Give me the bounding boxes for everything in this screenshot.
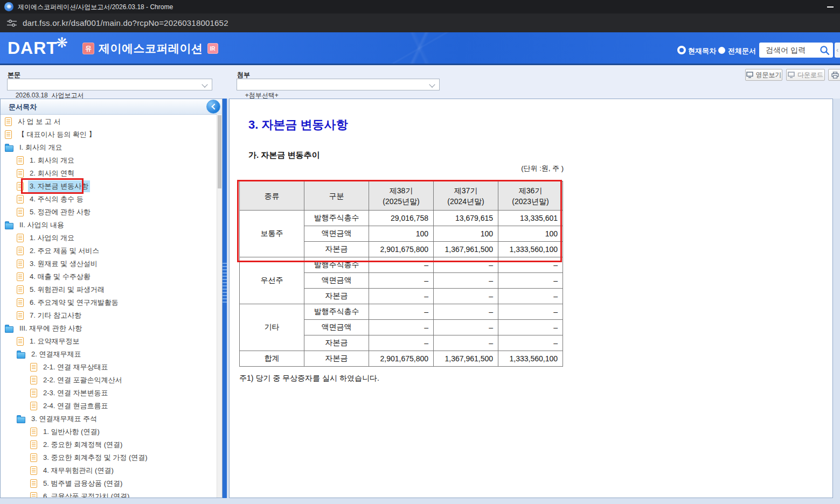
toc-item[interactable]: 2. 중요한 회계정책 (연결): [1, 438, 217, 451]
toc-item[interactable]: 3. 자본금 변동사항: [1, 180, 217, 193]
toc-item[interactable]: 1. 일반사항 (연결): [1, 425, 217, 438]
toc-item[interactable]: I. 회사의 개요: [1, 141, 217, 154]
toc-item[interactable]: 2. 주요 제품 및 서비스: [1, 244, 217, 257]
toc-tree: 사 업 보 고 서【 대표이사 등의 확인 】I. 회사의 개요1. 회사의 개…: [1, 115, 217, 498]
ir-badge[interactable]: IR: [207, 43, 218, 54]
toc-item[interactable]: 2-4. 연결 현금흐름표: [1, 400, 217, 412]
document-panel: 3. 자본금 변동사항 가. 자본금 변동추이 (단위 :원, 주 ) 종류구분…: [229, 99, 833, 498]
table-value-cell: –: [434, 273, 498, 289]
table-row-label: 액면금액: [304, 320, 369, 335]
dart-logo[interactable]: DART ❋: [8, 38, 68, 58]
toc-item-label: 2. 회사의 연혁: [28, 167, 76, 179]
window-titlebar: ❋ 제이에스코퍼레이션/사업보고서/2026.03.18 - Chrome: [0, 0, 840, 13]
toc-item[interactable]: 2. 회사의 연혁: [1, 167, 217, 180]
toc-item[interactable]: 7. 기타 참고사항: [1, 309, 217, 322]
table-value-cell: –: [369, 257, 434, 273]
table-row-label: 액면금액: [304, 273, 369, 289]
toc-item[interactable]: 6. 금융상품 공정가치 (연결): [1, 490, 217, 498]
toc-item[interactable]: 1. 사업의 개요: [1, 232, 217, 244]
table-value-cell: –: [434, 320, 498, 335]
sidebar-scrollbar-thumb[interactable]: [218, 115, 221, 188]
table-value-cell: –: [369, 273, 434, 289]
attachment-select[interactable]: +첨부선택+: [237, 79, 440, 90]
toc-item[interactable]: 2-2. 연결 포괄손익계산서: [1, 374, 217, 387]
radio-all-documents-label[interactable]: 전체문서: [728, 46, 756, 56]
document-select[interactable]: 2026.03.18 사업보고서: [7, 79, 212, 90]
folder-icon: [5, 326, 13, 333]
folder-icon: [5, 145, 13, 152]
toc-item-label: 5. 위험관리 및 파생거래: [28, 284, 106, 296]
table-row: 보통주발행주식총수29,016,75813,679,61513,335,601: [240, 211, 563, 226]
table-column-header: 제37기(2024년말): [434, 181, 498, 211]
toc-item[interactable]: 4. 재무위험관리 (연결): [1, 464, 217, 477]
toc-item[interactable]: 5. 위험관리 및 파생거래: [1, 283, 217, 296]
minimize-button[interactable]: [827, 6, 834, 8]
search-icon[interactable]: [820, 45, 830, 55]
toc-item[interactable]: 4. 매출 및 수주상황: [1, 270, 217, 283]
table-row-label: 자본금: [304, 351, 369, 367]
panel-splitter[interactable]: [223, 99, 227, 498]
site-settings-icon[interactable]: [6, 18, 17, 29]
section-title: 3. 자본금 변동사항: [248, 117, 348, 133]
doc-icon: [17, 169, 24, 178]
table-value-cell: 100: [369, 226, 434, 242]
toc-title: 문서목차: [9, 102, 37, 112]
table-value-cell: –: [498, 335, 563, 351]
toc-collapse-button[interactable]: [206, 100, 220, 114]
header-side-collapse-button[interactable]: ‹: [835, 43, 840, 58]
table-value-cell: –: [434, 257, 498, 273]
doc-icon: [17, 247, 24, 255]
doc-icon: [5, 130, 12, 139]
toc-item[interactable]: 5. 범주별 금융상품 (연결): [1, 477, 217, 490]
table-value-cell: 13,335,601: [498, 211, 563, 226]
note-text: 주1) 당기 중 무상증자를 실시 하였습니다.: [239, 374, 565, 383]
table-value-cell: –: [434, 304, 498, 320]
english-view-button[interactable]: 영문보기: [745, 69, 782, 81]
toc-item[interactable]: 3. 중요한 회계추정 및 가정 (연결): [1, 451, 217, 464]
doc-icon: [17, 156, 24, 165]
table-row-label: 자본금: [304, 335, 369, 351]
toc-item[interactable]: 6. 주요계약 및 연구개발활동: [1, 296, 217, 309]
radio-current-toc-label[interactable]: 현재목차: [688, 46, 716, 56]
table-value-cell: –: [498, 257, 563, 273]
table-value-cell: 1,333,560,100: [498, 242, 563, 257]
table-row-label: 자본금: [304, 289, 369, 304]
toc-item-label: 5. 범주별 금융상품 (연결): [41, 478, 124, 489]
table-group-cell: 기타: [240, 304, 304, 351]
sidebar-scrollbar[interactable]: [217, 114, 222, 498]
toc-item[interactable]: 4. 주식의 총수 등: [1, 193, 217, 206]
toc-item[interactable]: II. 사업의 내용: [1, 219, 217, 232]
doc-icon: [17, 260, 24, 268]
table-value-cell: –: [498, 304, 563, 320]
doc-icon: [17, 285, 24, 294]
print-button[interactable]: [828, 69, 840, 81]
toc-item[interactable]: III. 재무에 관한 사항: [1, 322, 217, 335]
toc-item-label: 2-1. 연결 재무상태표: [41, 361, 110, 373]
doc-icon: [17, 311, 24, 320]
radio-all-documents[interactable]: [718, 47, 725, 54]
table-value-cell: 2,901,675,800: [369, 242, 434, 257]
browser-url-bar[interactable]: dart.fss.or.kr/dsaf001/main.do?rcpNo=202…: [0, 13, 840, 32]
radio-current-toc[interactable]: [677, 46, 686, 54]
dart-logo-text: DART: [8, 38, 58, 58]
table-row-label: 액면금액: [304, 226, 369, 242]
table-value-cell: –: [498, 320, 563, 335]
search-input[interactable]: [765, 45, 820, 55]
table-value-cell: 29,016,758: [369, 211, 434, 226]
toc-item[interactable]: 2-3. 연결 자본변동표: [1, 387, 217, 400]
toc-item-label: 1. 회사의 개요: [28, 155, 76, 166]
monitor-icon: [746, 72, 753, 78]
toc-item-label: 2. 연결재무제표: [30, 348, 82, 360]
toc-item[interactable]: 1. 요약재무정보: [1, 335, 217, 348]
toc-item[interactable]: 3. 원재료 및 생산설비: [1, 257, 217, 270]
table-row-label: 발행주식총수: [304, 211, 369, 226]
toc-item[interactable]: 1. 회사의 개요: [1, 154, 217, 167]
toc-item[interactable]: 【 대표이사 등의 확인 】: [1, 128, 217, 141]
english-view-label: 영문보기: [756, 71, 782, 80]
toc-item[interactable]: 2. 연결재무제표: [1, 348, 217, 361]
toc-item[interactable]: 사 업 보 고 서: [1, 115, 217, 128]
download-button[interactable]: 다운로드: [786, 69, 825, 81]
toc-item[interactable]: 3. 연결재무제표 주석: [1, 412, 217, 425]
toc-item[interactable]: 2-1. 연결 재무상태표: [1, 361, 217, 374]
toc-item[interactable]: 5. 정관에 관한 사항: [1, 206, 217, 219]
